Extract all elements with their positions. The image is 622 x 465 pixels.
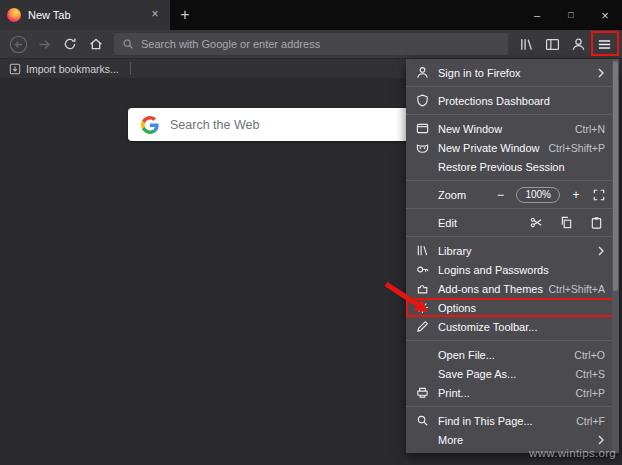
menu-separator (406, 208, 619, 209)
app-menu-list: Sign in to FirefoxProtections DashboardN… (406, 59, 619, 453)
menu-item-label: Options (438, 302, 605, 314)
hamburger-menu-button[interactable] (591, 32, 617, 56)
menu-item-label: New Private Window (438, 142, 548, 154)
menu-item-customize-toolbar[interactable]: Customize Toolbar... (406, 317, 619, 336)
zoom-controls: −100%+ (493, 187, 605, 203)
menu-scrollbar-thumb[interactable] (613, 61, 618, 291)
fullscreen-icon[interactable] (593, 189, 605, 201)
mask-icon (415, 141, 429, 155)
window-controls: – □ × (520, 0, 622, 30)
navigation-toolbar: Search with Google or enter address (0, 30, 622, 58)
new-tab-button[interactable]: + (170, 0, 200, 30)
menu-item-options[interactable]: Options (406, 298, 619, 317)
hamburger-icon (597, 37, 612, 52)
menu-item-find-in-this-page[interactable]: Find in This Page...Ctrl+F (406, 411, 619, 430)
titlebar: New Tab × + – □ × (0, 0, 622, 30)
menu-item-save-page-as[interactable]: Save Page As...Ctrl+S (406, 364, 619, 383)
menu-item-shortcut: Ctrl+Shift+P (548, 142, 605, 154)
url-bar-placeholder: Search with Google or enter address (141, 38, 320, 50)
sidebar-button[interactable] (539, 32, 565, 56)
firefox-icon (7, 8, 21, 22)
icon-spacer (415, 433, 429, 447)
edit-controls (530, 216, 605, 229)
watermark: www.wintips.org (529, 447, 616, 459)
forward-icon (37, 37, 52, 52)
zoom-level-indicator[interactable]: 100% (516, 187, 560, 203)
menu-separator (406, 236, 619, 237)
menu-item-new-window[interactable]: New WindowCtrl+N (406, 119, 619, 138)
app-menu: Sign in to FirefoxProtections DashboardN… (406, 59, 619, 453)
cut-icon[interactable] (530, 216, 543, 229)
menu-item-add-ons-and-themes[interactable]: Add-ons and ThemesCtrl+Shift+A (406, 279, 619, 298)
window-icon (415, 122, 429, 136)
icon-spacer (415, 216, 429, 230)
chevron-right-icon (597, 68, 605, 78)
import-bookmarks-label: Import bookmarks... (26, 63, 119, 75)
close-button[interactable]: × (588, 0, 622, 30)
menu-item-label: Save Page As... (438, 368, 576, 380)
paste-icon[interactable] (590, 216, 603, 229)
reload-button[interactable] (57, 32, 83, 56)
zoom-in-button[interactable]: + (569, 188, 583, 202)
menu-item-edit[interactable]: Edit (406, 213, 619, 232)
minimize-button[interactable]: – (520, 0, 554, 30)
chevron-right-icon (597, 435, 605, 445)
icon-spacer (415, 188, 429, 202)
import-bookmarks-icon (9, 63, 21, 75)
bookmarks-separator (130, 62, 131, 75)
icon-spacer (415, 160, 429, 174)
home-icon (89, 37, 103, 51)
menu-item-protections-dashboard[interactable]: Protections Dashboard (406, 91, 619, 110)
icon-spacer (415, 367, 429, 381)
menu-item-label: Edit (438, 217, 530, 229)
menu-item-shortcut: Ctrl+S (576, 368, 605, 380)
menu-item-label: New Window (438, 123, 575, 135)
menu-item-open-file[interactable]: Open File...Ctrl+O (406, 345, 619, 364)
menu-item-new-private-window[interactable]: New Private WindowCtrl+Shift+P (406, 138, 619, 157)
titlebar-drag-area (200, 0, 520, 30)
menu-separator (406, 180, 619, 181)
menu-item-label: Protections Dashboard (438, 95, 605, 107)
puzzle-icon (415, 282, 429, 296)
menu-item-shortcut: Ctrl+Shift+A (548, 283, 605, 295)
menu-item-restore-previous-session[interactable]: Restore Previous Session (406, 157, 619, 176)
shield-icon (415, 94, 429, 108)
tab-title: New Tab (28, 9, 140, 21)
forward-button[interactable] (31, 32, 57, 56)
tab-new-tab[interactable]: New Tab × (0, 0, 170, 30)
menu-item-shortcut: Ctrl+P (576, 387, 605, 399)
menu-item-shortcut: Ctrl+O (574, 349, 605, 361)
google-logo-icon (141, 116, 159, 134)
menu-item-label: Add-ons and Themes (438, 283, 548, 295)
menu-item-label: Logins and Passwords (438, 264, 605, 276)
back-button[interactable] (5, 32, 31, 56)
menu-item-label: Library (438, 245, 590, 257)
menu-item-sign-in-to-firefox[interactable]: Sign in to Firefox (406, 63, 619, 82)
menu-separator (406, 86, 619, 87)
library-icon (415, 244, 429, 258)
icon-spacer (415, 348, 429, 362)
url-bar[interactable]: Search with Google or enter address (114, 33, 508, 55)
menu-item-label: Open File... (438, 349, 574, 361)
library-button[interactable] (513, 32, 539, 56)
tab-close-icon[interactable]: × (147, 7, 163, 23)
menu-separator (406, 406, 619, 407)
maximize-button[interactable]: □ (554, 0, 588, 30)
search-icon (122, 38, 134, 50)
menu-item-print[interactable]: Print...Ctrl+P (406, 383, 619, 402)
menu-item-library[interactable]: Library (406, 241, 619, 260)
menu-item-label: Customize Toolbar... (438, 321, 605, 333)
pencil-icon (415, 320, 429, 334)
copy-icon[interactable] (560, 216, 573, 229)
account-button[interactable] (565, 32, 591, 56)
menu-item-logins-and-passwords[interactable]: Logins and Passwords (406, 260, 619, 279)
menu-item-zoom[interactable]: Zoom−100%+ (406, 185, 619, 204)
menu-item-label: More (438, 434, 590, 446)
zoom-out-button[interactable]: − (493, 188, 507, 202)
gear-icon (415, 301, 429, 315)
menu-item-label: Restore Previous Session (438, 161, 605, 173)
import-bookmarks-button[interactable]: Import bookmarks... (6, 62, 122, 76)
menu-scrollbar[interactable] (612, 59, 619, 453)
menu-item-label: Sign in to Firefox (438, 67, 590, 79)
home-button[interactable] (83, 32, 109, 56)
